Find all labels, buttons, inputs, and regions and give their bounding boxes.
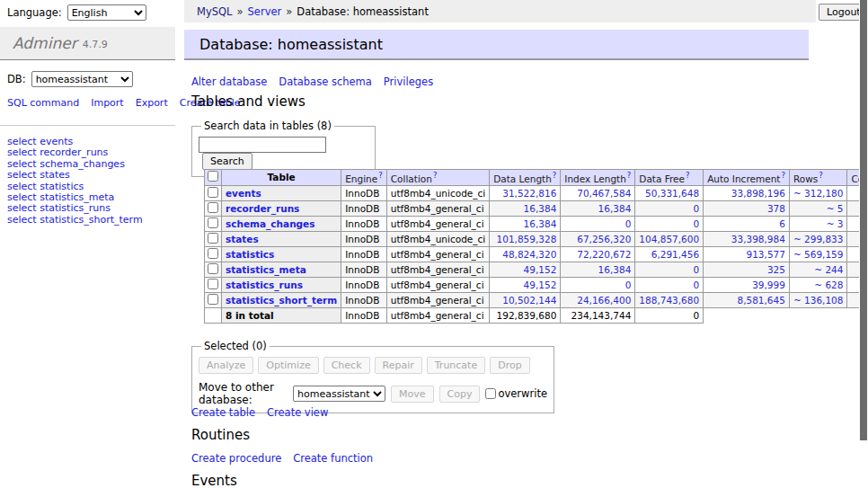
- table-row: eventsInnoDButf8mb4_unicode_ci31,522,816…: [205, 185, 868, 200]
- column-label: Rows: [793, 173, 818, 184]
- cell-data_length: 31,522,816: [490, 185, 561, 200]
- cell-rows: ~ 628: [789, 277, 847, 292]
- total-data_free: 0: [635, 307, 704, 323]
- table-row: schema_changesInnoDButf8mb4_general_ci16…: [205, 216, 868, 231]
- link-database-schema[interactable]: Database schema: [279, 75, 371, 88]
- search-button[interactable]: Search: [202, 153, 252, 170]
- table-link-recorder-runs[interactable]: recorder_runs: [226, 203, 299, 214]
- move-database-select[interactable]: homeassistant: [293, 386, 385, 402]
- row-checkbox[interactable]: [208, 187, 218, 198]
- column-help-link[interactable]: ?: [781, 171, 785, 180]
- overwrite-option: overwrite: [485, 387, 547, 400]
- column-label: Collation: [391, 173, 432, 184]
- truncate-button[interactable]: Truncate: [427, 357, 485, 374]
- table-row: statisticsInnoDButf8mb4_general_ci48,824…: [205, 246, 868, 262]
- total-index_length: 234,143,744: [561, 307, 635, 323]
- table-name-cell: statistics: [222, 246, 341, 262]
- move-button[interactable]: Move: [391, 386, 434, 403]
- db-select[interactable]: homeassistant: [31, 71, 133, 87]
- cell-data_free: 0: [635, 262, 704, 277]
- cell-data_free: 188,743,680: [635, 292, 704, 307]
- column-label: Table: [268, 172, 296, 182]
- column-help-link[interactable]: ?: [553, 171, 557, 180]
- select-all-checkbox[interactable]: [208, 171, 218, 182]
- table-link-states[interactable]: states: [226, 234, 259, 244]
- row-select-cell: [205, 200, 222, 216]
- table-link-events[interactable]: events: [226, 188, 261, 199]
- check-button[interactable]: Check: [323, 357, 370, 374]
- sidebar-link-export[interactable]: Export: [136, 97, 168, 109]
- cell-engine: InnoDB: [341, 200, 387, 216]
- tables-overview-table: TableEngine?Collation?Data Length?Index …: [204, 169, 868, 324]
- table-link-statistics-meta[interactable]: statistics_meta: [226, 264, 306, 275]
- scrollbar[interactable]: [859, 0, 868, 488]
- breadcrumb-link-mysql[interactable]: MySQL: [197, 5, 233, 18]
- row-checkbox[interactable]: [208, 248, 218, 259]
- breadcrumb-link-server[interactable]: Server: [248, 5, 282, 18]
- row-checkbox[interactable]: [208, 233, 218, 244]
- sidebar-link-sql-command[interactable]: SQL command: [7, 97, 79, 109]
- row-checkbox[interactable]: [208, 202, 218, 213]
- row-select-cell: [205, 246, 222, 262]
- link-privileges[interactable]: Privileges: [384, 75, 433, 88]
- table-name-cell: schema_changes: [222, 216, 341, 231]
- table-row: statesInnoDButf8mb4_unicode_ci101,859,32…: [205, 231, 868, 246]
- repair-button[interactable]: Repair: [375, 357, 422, 374]
- language-select[interactable]: English: [67, 4, 146, 21]
- row-checkbox[interactable]: [208, 217, 218, 228]
- cell-rows: ~ 312,180: [789, 185, 847, 200]
- sidebar-link-select-statistics-short-term[interactable]: select statistics_short_term: [7, 215, 143, 226]
- column-label: Data Free: [639, 173, 685, 184]
- total-label-cell: 8 in total: [222, 307, 341, 323]
- sidebar-divider: [0, 125, 175, 126]
- cell-rows: ~ 136,108: [789, 292, 847, 307]
- row-checkbox[interactable]: [208, 279, 218, 289]
- row-checkbox[interactable]: [208, 263, 218, 274]
- link-create-table[interactable]: Create table: [191, 406, 255, 419]
- cell-data_length: 48,824,320: [490, 246, 561, 262]
- analyze-button[interactable]: Analyze: [199, 357, 253, 374]
- scrollbar-thumb[interactable]: [860, 0, 867, 440]
- breadcrumb-separator: »: [286, 5, 292, 18]
- table-link-statistics-short-term[interactable]: statistics_short_term: [226, 295, 337, 306]
- cell-collation: utf8mb4_general_ci: [386, 200, 489, 216]
- search-input[interactable]: [199, 137, 326, 153]
- table-body: eventsInnoDButf8mb4_unicode_ci31,522,816…: [205, 185, 868, 323]
- drop-button[interactable]: Drop: [490, 357, 529, 374]
- page-title: Database: homeassistant: [199, 36, 383, 53]
- column-help-link[interactable]: ?: [433, 171, 438, 180]
- column-header-data-length: Data Length?: [490, 170, 561, 186]
- link-alter-database[interactable]: Alter database: [191, 75, 267, 88]
- adminer-logo-bar: Adminer 4.7.9: [0, 27, 175, 60]
- column-help-link[interactable]: ?: [378, 171, 383, 180]
- copy-button[interactable]: Copy: [439, 386, 481, 403]
- column-help-link[interactable]: ?: [686, 171, 690, 180]
- column-help-link[interactable]: ?: [819, 171, 823, 180]
- overwrite-checkbox[interactable]: [485, 388, 496, 399]
- sidebar-link-import[interactable]: Import: [91, 97, 124, 109]
- link-create-procedure[interactable]: Create procedure: [191, 452, 281, 465]
- selected-fieldset: Selected (0) AnalyzeOptimizeCheckRepairT…: [191, 340, 554, 413]
- cell-auto_increment: 33,398,984: [704, 231, 790, 246]
- cell-auto_increment: 33,898,196: [704, 185, 790, 200]
- column-help-link[interactable]: ?: [627, 171, 632, 180]
- optimize-button[interactable]: Optimize: [258, 357, 318, 374]
- sidebar-link-select-statistics-runs[interactable]: select statistics_runs: [7, 203, 143, 214]
- cell-collation: utf8mb4_unicode_ci: [386, 185, 489, 200]
- link-create-function[interactable]: Create function: [293, 452, 373, 465]
- sidebar-link-select-recorder-runs[interactable]: select recorder_runs: [7, 147, 143, 158]
- cell-rows: ~ 3: [789, 216, 847, 231]
- table-link-statistics[interactable]: statistics: [226, 249, 274, 260]
- total-engine: InnoDB: [341, 307, 387, 323]
- link-create-view[interactable]: Create view: [267, 406, 328, 419]
- row-checkbox[interactable]: [208, 294, 218, 305]
- table-link-schema-changes[interactable]: schema_changes: [226, 218, 315, 229]
- column-label: Engine: [345, 173, 377, 184]
- routine-links: Create procedureCreate function: [191, 452, 385, 465]
- select-all-cell: [205, 170, 222, 186]
- table-link-statistics-runs[interactable]: statistics_runs: [226, 279, 303, 290]
- cell-data_length: 16,384: [490, 216, 561, 231]
- sidebar-link-select-states[interactable]: select states: [7, 170, 143, 181]
- cell-engine: InnoDB: [341, 231, 387, 246]
- adminer-logo[interactable]: Adminer: [13, 34, 77, 52]
